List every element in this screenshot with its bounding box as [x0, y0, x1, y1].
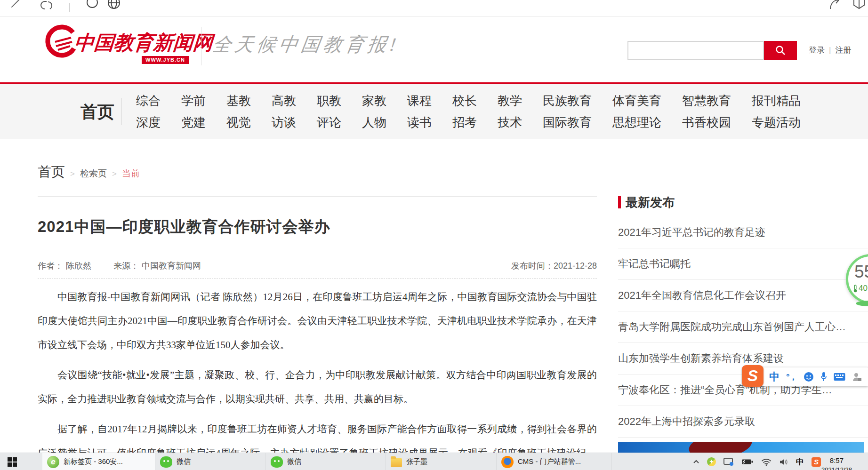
- register-link[interactable]: 注册: [835, 45, 851, 56]
- nav-item[interactable]: 体育美育: [612, 90, 661, 112]
- nav-item[interactable]: 读书: [407, 112, 432, 133]
- nav-col-minzu: 民族教育国际教育: [543, 90, 592, 133]
- chevron-up-icon[interactable]: [693, 460, 699, 464]
- battery-icon[interactable]: [742, 459, 754, 465]
- nav-item[interactable]: 书香校园: [682, 112, 731, 133]
- nav-item[interactable]: 高教: [272, 90, 296, 112]
- clock-date: 2021/12/28: [821, 466, 852, 470]
- auth-links: 登录 | 注册: [809, 45, 851, 56]
- sidebar-link[interactable]: 2021年习近平总书记的教育足迹: [618, 225, 868, 239]
- volume-icon[interactable]: [779, 458, 788, 466]
- site-header: 中国教育新闻网 WWW.JYB.CN 全天候中国教育报! 登录 | 注册: [0, 16, 868, 82]
- nav-item[interactable]: 智慧教育: [682, 90, 731, 112]
- sogou-ime-toolbar: S 中 °，: [743, 367, 868, 386]
- nav-item[interactable]: 民族教育: [543, 90, 592, 112]
- speed-ball-value: 55: [854, 262, 868, 282]
- list-item: 2021年全国教育信息化工作会议召开: [618, 280, 868, 311]
- nav-item[interactable]: 学前: [181, 90, 206, 112]
- ime-indicator[interactable]: 中: [796, 456, 804, 467]
- sogou-logo-icon[interactable]: S: [742, 365, 764, 387]
- source-value: 中国教育新闻网: [142, 261, 201, 271]
- nav-item[interactable]: 视觉: [226, 112, 251, 133]
- sidebar-link[interactable]: 山东加强学生创新素养培育体系建设: [618, 351, 868, 366]
- search-button[interactable]: [764, 41, 797, 60]
- nav-item[interactable]: 家教: [362, 90, 386, 112]
- nav-item[interactable]: 评论: [317, 112, 341, 133]
- share-icon[interactable]: [828, 0, 844, 10]
- speed-ball-temperature: 40: [853, 284, 868, 293]
- taskbar-app-wechat-1[interactable]: 微信: [155, 453, 266, 470]
- sidebar-link[interactable]: 2022年上海中招探索多元录取: [618, 414, 868, 429]
- nav-item[interactable]: 党建: [181, 112, 206, 133]
- breadcrumb-divider: [38, 196, 597, 197]
- taskbar-app-folder[interactable]: 张子墨: [386, 453, 497, 470]
- nav-item[interactable]: 课程: [407, 90, 432, 112]
- nav-item[interactable]: 校长: [452, 90, 477, 112]
- clock-time: 8:57: [821, 456, 852, 464]
- windows-taskbar: 新标签页 - 360安... 微信 微信 张子墨 CMS - 门户站群管...: [0, 453, 868, 470]
- nav-item[interactable]: 综合: [136, 90, 161, 112]
- mic-icon[interactable]: [820, 372, 827, 382]
- taskbar-app-firefox-cms[interactable]: CMS - 门户站群管...: [497, 453, 612, 470]
- screen-sync-icon[interactable]: [723, 458, 734, 466]
- taskbar-app-label: 新标签页 - 360安...: [64, 457, 123, 466]
- list-item: 2021年习近平总书记的教育足迹: [618, 217, 868, 248]
- chevron-right-icon: >: [70, 169, 75, 179]
- sidebar-link[interactable]: 青岛大学附属医院成功完成山东首例国产人工心…: [618, 320, 868, 334]
- chevron-right-icon: >: [112, 169, 117, 179]
- author-label: 作者：: [38, 261, 63, 271]
- wechat-icon: [160, 456, 172, 468]
- keyboard-icon[interactable]: [834, 373, 845, 381]
- search-input[interactable]: [627, 41, 764, 60]
- nav-item[interactable]: 职教: [317, 90, 341, 112]
- taskbar-apps: 新标签页 - 360安... 微信 微信 张子墨 CMS - 门户站群管...: [42, 453, 612, 470]
- taskbar-app-360browser[interactable]: 新标签页 - 360安...: [42, 453, 155, 470]
- nav-columns: 综合深度 学前党建 基教视觉 高教访谈 职教评论 家教人物 课程读书 校长招考 …: [136, 90, 801, 133]
- app-window-icon[interactable]: [852, 0, 866, 10]
- 360-ball-icon[interactable]: [707, 457, 716, 466]
- site-logo[interactable]: 中国教育新闻网 WWW.JYB.CN: [0, 16, 202, 82]
- taskbar-app-label: 张子墨: [406, 457, 427, 466]
- wifi-icon[interactable]: [761, 458, 772, 466]
- nav-item[interactable]: 深度: [136, 112, 161, 133]
- link-icon[interactable]: [40, 0, 54, 11]
- login-link[interactable]: 登录: [809, 45, 825, 56]
- nav-item[interactable]: 人物: [362, 112, 386, 133]
- punctuation-icon[interactable]: °，: [786, 371, 797, 383]
- ime-lang-mode[interactable]: 中: [769, 370, 780, 384]
- nav-home[interactable]: 首页: [80, 101, 114, 124]
- sidebar-link[interactable]: 牢记总书记嘱托: [618, 257, 868, 271]
- globe-icon[interactable]: [106, 0, 121, 12]
- nav-item[interactable]: 教学: [498, 90, 522, 112]
- system-tray: 中: [693, 453, 821, 470]
- wechat-icon: [271, 456, 283, 468]
- nav-item[interactable]: 报刊精品: [752, 90, 801, 112]
- breadcrumb-search-page[interactable]: 检索页: [80, 167, 107, 180]
- nav-item[interactable]: 基教: [226, 90, 251, 112]
- sidebar-list: 2021年习近平总书记的教育足迹 牢记总书记嘱托 2021年全国教育信息化工作会…: [618, 217, 868, 438]
- start-button[interactable]: [8, 457, 17, 467]
- nav-item[interactable]: 国际教育: [543, 112, 592, 133]
- site-slogan: 全天候中国教育报!: [211, 32, 401, 57]
- temperature-value: 40: [859, 284, 868, 293]
- nav-item[interactable]: 思想理论: [612, 112, 661, 133]
- circle-icon[interactable]: [86, 0, 99, 11]
- 360-browser-icon: [47, 456, 59, 468]
- breadcrumb-home[interactable]: 首页: [38, 163, 65, 182]
- nav-item[interactable]: 技术: [498, 112, 522, 133]
- nav-item[interactable]: 访谈: [272, 112, 296, 133]
- nav-item[interactable]: 专题活动: [752, 112, 801, 133]
- nav-col-gaojiao: 高教访谈: [272, 90, 296, 133]
- nav-col-jiajiao: 家教人物: [362, 90, 386, 133]
- emoji-icon[interactable]: [804, 372, 814, 382]
- taskbar-clock[interactable]: 8:57 2021/12/28: [821, 456, 852, 470]
- nav-item[interactable]: 招考: [452, 112, 477, 133]
- user-icon[interactable]: [852, 372, 861, 382]
- taskbar-app-wechat-2[interactable]: 微信: [266, 453, 386, 470]
- article-meta: 作者：陈欣然 来源：中国教育新闻网 发布时间：2021-12-28: [38, 260, 597, 271]
- pen-icon[interactable]: [11, 0, 22, 8]
- sidebar-link[interactable]: 2021年全国教育信息化工作会议召开: [618, 288, 868, 303]
- author-value: 陈欣然: [66, 261, 91, 271]
- sogou-tray-icon[interactable]: [812, 457, 821, 467]
- breadcrumb-current: 当前: [122, 167, 140, 180]
